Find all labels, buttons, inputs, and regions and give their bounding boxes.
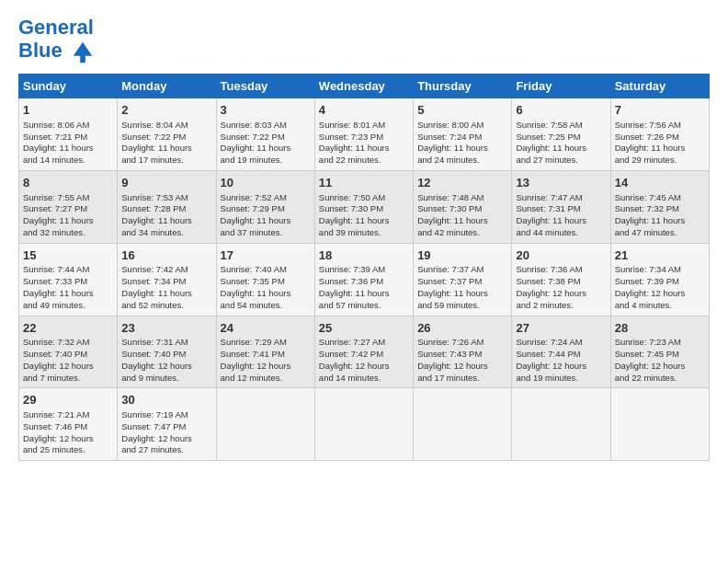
day-info: Sunrise: 7:42 AM (121, 264, 211, 276)
day-info: Sunset: 7:26 PM (615, 132, 705, 144)
calendar-cell: 19Sunrise: 7:37 AMSunset: 7:37 PMDayligh… (414, 243, 512, 316)
day-info: Sunrise: 7:36 AM (516, 264, 606, 276)
day-info: and 17 minutes. (417, 373, 507, 385)
day-info: Sunset: 7:21 PM (23, 132, 113, 144)
calendar-cell: 16Sunrise: 7:42 AMSunset: 7:34 PMDayligh… (118, 243, 216, 316)
day-info: and 42 minutes. (417, 227, 507, 239)
calendar-cell: 29Sunrise: 7:21 AMSunset: 7:46 PMDayligh… (19, 388, 118, 461)
calendar-cell: 21Sunrise: 7:34 AMSunset: 7:39 PMDayligh… (610, 243, 709, 316)
day-info: Sunrise: 8:03 AM (221, 120, 311, 132)
day-info: Sunset: 7:30 PM (417, 203, 507, 215)
day-info: Sunrise: 8:00 AM (417, 120, 507, 132)
day-info: Daylight: 11 hours (221, 143, 311, 155)
day-number: 20 (516, 247, 606, 264)
day-info: and 9 minutes. (121, 373, 211, 385)
day-info: Sunrise: 7:29 AM (221, 337, 311, 349)
calendar-cell: 8Sunrise: 7:55 AMSunset: 7:27 PMDaylight… (19, 170, 118, 243)
day-info: Sunset: 7:46 PM (23, 421, 113, 433)
day-info: Sunrise: 7:44 AM (23, 264, 113, 276)
week-row-4: 22Sunrise: 7:32 AMSunset: 7:40 PMDayligh… (19, 316, 710, 388)
day-info: Sunset: 7:25 PM (516, 132, 606, 144)
day-info: and 4 minutes. (615, 300, 705, 312)
header-thursday: Thursday (414, 75, 512, 98)
day-info: Daylight: 11 hours (516, 215, 606, 227)
week-row-3: 15Sunrise: 7:44 AMSunset: 7:33 PMDayligh… (19, 243, 710, 316)
day-number: 5 (417, 102, 507, 119)
header: General Blue (18, 17, 710, 64)
day-info: and 22 minutes. (615, 373, 705, 385)
day-info: Sunset: 7:42 PM (319, 349, 409, 361)
day-info: Daylight: 11 hours (23, 143, 113, 155)
day-info: and 25 minutes. (23, 444, 113, 456)
day-info: Daylight: 11 hours (221, 288, 311, 300)
day-info: Daylight: 12 hours (417, 361, 507, 373)
day-number: 15 (23, 247, 113, 264)
day-info: Daylight: 11 hours (121, 143, 211, 155)
day-info: Sunset: 7:30 PM (319, 203, 409, 215)
day-number: 26 (417, 320, 507, 337)
day-number: 22 (23, 320, 113, 337)
day-info: Daylight: 11 hours (319, 288, 409, 300)
day-info: Sunrise: 7:47 AM (516, 192, 606, 204)
day-info: and 49 minutes. (23, 300, 113, 312)
calendar-cell (512, 388, 610, 461)
calendar-cell: 3Sunrise: 8:03 AMSunset: 7:22 PMDaylight… (216, 98, 314, 171)
calendar-header-row: SundayMondayTuesdayWednesdayThursdayFrid… (19, 75, 710, 98)
day-info: Daylight: 11 hours (23, 215, 113, 227)
day-info: and 59 minutes. (417, 300, 507, 312)
calendar-cell: 26Sunrise: 7:26 AMSunset: 7:43 PMDayligh… (414, 316, 512, 388)
logo-text2: Blue (18, 39, 96, 64)
page: General Blue SundayMondayTuesdayWednesda… (0, 0, 728, 470)
day-info: Daylight: 11 hours (615, 215, 705, 227)
day-info: Daylight: 12 hours (121, 433, 211, 445)
day-info: Sunrise: 8:06 AM (23, 120, 113, 132)
calendar-cell: 13Sunrise: 7:47 AMSunset: 7:31 PMDayligh… (512, 170, 610, 243)
header-sunday: Sunday (19, 75, 118, 98)
day-info: and 17 minutes. (121, 155, 211, 167)
day-number: 4 (319, 102, 409, 119)
day-info: Sunset: 7:40 PM (121, 349, 211, 361)
day-number: 6 (516, 102, 606, 119)
day-info: Sunrise: 7:37 AM (417, 264, 507, 276)
day-info: and 19 minutes. (221, 155, 311, 167)
calendar-cell (314, 388, 413, 461)
day-info: Sunset: 7:28 PM (121, 203, 211, 215)
day-number: 29 (23, 392, 113, 408)
day-info: Sunrise: 7:23 AM (615, 337, 705, 349)
day-info: and 7 minutes. (23, 373, 113, 385)
day-info: Daylight: 11 hours (516, 143, 606, 155)
day-number: 17 (221, 247, 311, 264)
day-info: and 12 minutes. (221, 373, 311, 385)
day-number: 25 (319, 320, 409, 337)
day-info: Sunrise: 7:40 AM (221, 264, 311, 276)
day-info: Sunrise: 7:53 AM (121, 192, 211, 204)
week-row-1: 1Sunrise: 8:06 AMSunset: 7:21 PMDaylight… (19, 98, 710, 171)
day-info: Sunrise: 7:21 AM (23, 409, 113, 421)
day-info: and 14 minutes. (319, 373, 409, 385)
day-info: and 14 minutes. (23, 155, 113, 167)
calendar-cell: 25Sunrise: 7:27 AMSunset: 7:42 PMDayligh… (314, 316, 413, 388)
day-info: and 54 minutes. (221, 300, 311, 312)
day-info: Sunrise: 7:39 AM (319, 264, 409, 276)
day-info: Sunrise: 7:31 AM (121, 337, 211, 349)
header-friday: Friday (512, 75, 610, 98)
calendar-cell: 28Sunrise: 7:23 AMSunset: 7:45 PMDayligh… (610, 316, 709, 388)
calendar-cell: 7Sunrise: 7:56 AMSunset: 7:26 PMDaylight… (610, 98, 709, 171)
day-number: 7 (615, 102, 705, 119)
calendar-cell (216, 388, 314, 461)
day-info: Daylight: 11 hours (417, 143, 507, 155)
calendar-cell: 30Sunrise: 7:19 AMSunset: 7:47 PMDayligh… (118, 388, 216, 461)
day-info: Sunset: 7:44 PM (516, 349, 606, 361)
day-info: Sunset: 7:34 PM (121, 276, 211, 288)
day-info: and 47 minutes. (615, 227, 705, 239)
calendar-cell: 9Sunrise: 7:53 AMSunset: 7:28 PMDaylight… (118, 170, 216, 243)
day-number: 2 (121, 102, 211, 119)
day-info: Daylight: 12 hours (516, 288, 606, 300)
day-info: Sunrise: 7:48 AM (417, 192, 507, 204)
header-monday: Monday (118, 75, 216, 98)
day-info: Sunset: 7:31 PM (516, 203, 606, 215)
day-info: Sunrise: 7:50 AM (319, 192, 409, 204)
day-number: 11 (319, 175, 409, 191)
day-info: Daylight: 12 hours (615, 361, 705, 373)
day-info: Sunrise: 7:58 AM (516, 120, 606, 132)
